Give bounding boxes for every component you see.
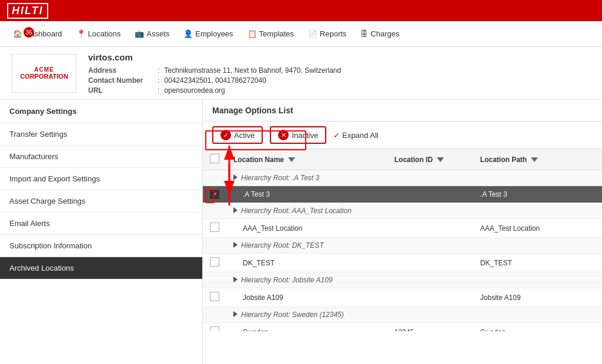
url-label: URL xyxy=(88,86,153,95)
panel-heading: Manage Options List xyxy=(203,100,602,122)
expand-check-icon: ✓ xyxy=(333,131,340,140)
location-icon: 📍 xyxy=(76,29,86,38)
select-all-checkbox[interactable] xyxy=(210,154,219,163)
active-filter-button[interactable]: ✓ Active xyxy=(212,126,263,144)
table-row: Hierarchy Root: DK_TEST xyxy=(203,238,602,254)
expand-icon[interactable] xyxy=(233,277,238,282)
sidebar-item-manufacturers[interactable]: Manufacturers xyxy=(0,146,202,168)
address-row: Address : Technikumstrasse 11, Next to B… xyxy=(88,66,341,75)
name-filter-icon[interactable] xyxy=(288,157,295,162)
row-name: Hierarchy Root: DK_TEST xyxy=(226,238,387,254)
active-button-label: Active xyxy=(234,131,255,140)
expand-all-label: Expand All xyxy=(342,131,378,140)
row-name: Jobsite A109 xyxy=(226,288,387,307)
table-row: Hierarchy Root: Jobsite A109 xyxy=(203,272,602,288)
nav-locations[interactable]: 📍 Locations xyxy=(71,26,127,42)
row-path: Jobsite A109 xyxy=(473,288,602,307)
row-name: Sweden xyxy=(226,323,387,332)
col-header-id: Location ID xyxy=(387,149,473,170)
hilti-logo: HILTI xyxy=(7,3,48,19)
row-path xyxy=(473,307,602,323)
row-checkbox[interactable]: ✓ xyxy=(210,190,219,199)
row-name: .A Test 3 xyxy=(226,186,387,203)
col-header-name: Location Name xyxy=(226,149,387,170)
row-id xyxy=(387,288,473,307)
row-id xyxy=(387,219,473,238)
row-path: AAA_Test Location xyxy=(473,219,602,238)
sidebar-heading: Company Settings xyxy=(0,100,202,123)
topbar: HILTI xyxy=(0,0,602,21)
nav-templates[interactable]: 📋 Templates xyxy=(242,26,300,42)
table-row: Hierarchy Root: .A Test 3 xyxy=(203,170,602,186)
nav-charges[interactable]: 🗄 Charges xyxy=(354,26,405,42)
row-id xyxy=(387,238,473,254)
sidebar-item-asset-charge[interactable]: Asset Charge Settings xyxy=(0,190,202,213)
expand-icon[interactable] xyxy=(233,207,238,213)
row-path xyxy=(473,203,602,219)
row-checkbox[interactable] xyxy=(210,257,219,267)
employees-icon: 👤 xyxy=(183,29,193,38)
expand-icon[interactable] xyxy=(233,242,238,248)
row-path xyxy=(473,238,602,254)
sidebar-item-import-export[interactable]: Import and Export Settings xyxy=(0,168,202,190)
row-name: Hierarchy Root: Sweden (12345) xyxy=(226,307,387,323)
row-checkbox-cell[interactable] xyxy=(203,219,226,238)
row-id xyxy=(387,307,473,323)
row-path xyxy=(473,272,602,288)
charges-icon: 🗄 xyxy=(360,29,368,38)
row-path: Sweden xyxy=(473,323,602,332)
row-id xyxy=(387,186,473,203)
table-row: AAA_Test Location AAA_Test Location xyxy=(203,219,602,238)
nav-employees[interactable]: 👤 Employees xyxy=(178,26,239,42)
row-id xyxy=(387,170,473,186)
nav-employees-label: Employees xyxy=(195,29,233,38)
reports-icon: 📄 xyxy=(308,29,317,38)
inactive-filter-button[interactable]: ✕ Inactive xyxy=(270,126,326,144)
row-checkbox-cell[interactable]: ✓ xyxy=(203,186,226,203)
row-checkbox-cell[interactable] xyxy=(203,254,226,272)
table-row: Jobsite A109 Jobsite A109 xyxy=(203,288,602,307)
contact-row: Contact Number : 004242342501, 004178627… xyxy=(88,76,341,85)
assets-icon: 📺 xyxy=(135,29,144,38)
expand-icon[interactable] xyxy=(233,311,238,317)
url-value: opensourcedea.org xyxy=(164,86,225,95)
row-path: .A Test 3 xyxy=(473,186,602,203)
inactive-x-icon: ✕ xyxy=(278,130,289,140)
path-filter-icon[interactable] xyxy=(531,157,538,162)
row-checkbox-cell xyxy=(203,238,226,254)
row-name: Hierarchy Root: Jobsite A109 xyxy=(226,272,387,288)
row-path xyxy=(473,170,602,186)
nav-assets[interactable]: 📺 Assets xyxy=(129,26,175,42)
col-header-checkbox xyxy=(203,149,226,170)
nav-assets-label: Assets xyxy=(146,29,169,38)
expand-icon[interactable] xyxy=(233,174,238,180)
company-details: virtos.com Address : Technikumstrasse 11… xyxy=(88,52,341,95)
expand-all-button[interactable]: ✓ Expand All xyxy=(333,131,378,140)
table-row: Hierarchy Root: Sweden (12345) xyxy=(203,307,602,323)
options-bar: ✓ Active ✕ Inactive ✓ Expand All xyxy=(203,122,602,149)
sidebar-item-subscription[interactable]: Subscription Information xyxy=(0,235,202,257)
sidebar-item-archived[interactable]: Archived Locations xyxy=(0,257,202,279)
table-row: Sweden 12345 Sweden xyxy=(203,323,602,332)
nav-charges-label: Charges xyxy=(370,29,399,38)
row-name: AAA_Test Location xyxy=(226,219,387,238)
row-checkbox-cell[interactable] xyxy=(203,288,226,307)
nav-dashboard[interactable]: 🏠 Dashboard 36 xyxy=(7,26,68,42)
sidebar: Company Settings Transfer Settings Manuf… xyxy=(0,100,203,364)
row-checkbox[interactable] xyxy=(210,326,219,331)
nav-reports[interactable]: 📄 Reports xyxy=(302,26,353,42)
sidebar-item-transfer[interactable]: Transfer Settings xyxy=(0,123,202,146)
col-header-path: Location Path xyxy=(473,149,602,170)
row-id: 12345 xyxy=(387,323,473,332)
company-bar: ACME CORPORATION virtos.com Address : Te… xyxy=(0,47,602,100)
id-filter-icon[interactable] xyxy=(437,157,444,162)
address-label: Address xyxy=(88,66,153,75)
right-panel: Manage Options List ✓ Active ✕ Inactive … xyxy=(203,100,602,364)
locations-table: Location Name Location ID Location Path xyxy=(203,149,602,331)
row-checkbox[interactable] xyxy=(210,223,219,232)
row-checkbox[interactable] xyxy=(210,292,219,301)
sidebar-item-email-alerts[interactable]: Email Alerts xyxy=(0,213,202,235)
company-name: virtos.com xyxy=(88,52,341,62)
row-checkbox-cell[interactable] xyxy=(203,323,226,332)
main-content: Company Settings Transfer Settings Manuf… xyxy=(0,100,602,364)
